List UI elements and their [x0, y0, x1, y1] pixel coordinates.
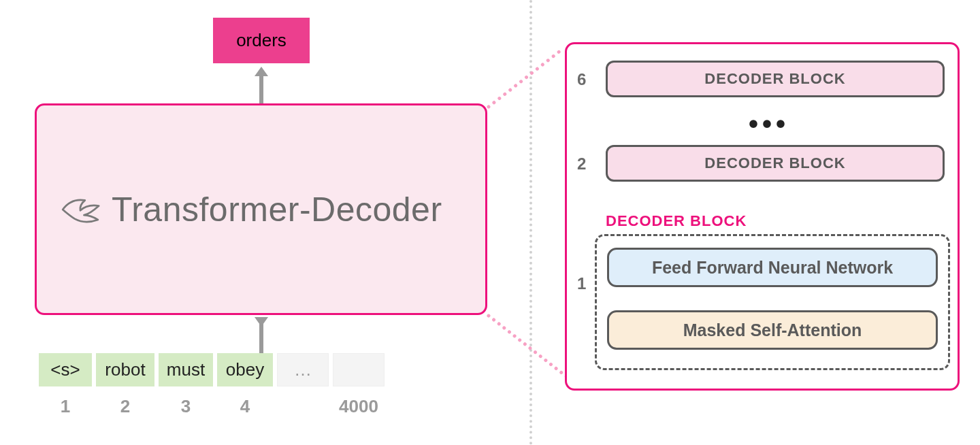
decoder-block-box: DECODER BLOCK: [606, 145, 945, 182]
vertical-divider: [529, 0, 532, 445]
input-token-blank: [333, 353, 385, 386]
token-index: 1: [39, 393, 92, 420]
index-row: 1 2 3 4 4000: [39, 393, 385, 420]
layer-number: 1: [577, 274, 586, 293]
layer-number: 2: [577, 154, 586, 174]
input-token: robot: [96, 353, 154, 386]
token-index: 4: [217, 393, 273, 420]
output-token-text: orders: [236, 30, 287, 51]
decoder-block-box: DECODER BLOCK: [606, 61, 945, 97]
ellipsis-icon: •••: [749, 109, 789, 139]
token-index-last: 4000: [333, 393, 385, 420]
decoder-section-label: DECODER BLOCK: [606, 212, 747, 230]
token-index-blank: [277, 393, 329, 420]
arrow-up-icon: [257, 67, 265, 103]
transformer-decoder-box: Transformer-Decoder: [35, 103, 487, 315]
dotted-connector-top: [486, 50, 561, 110]
layer-number: 6: [577, 70, 586, 89]
token-index: 3: [159, 393, 213, 420]
output-token-box: orders: [213, 18, 310, 63]
token-index: 2: [96, 393, 154, 420]
transformer-label: Transformer-Decoder: [112, 190, 442, 229]
input-token: <s>: [39, 353, 92, 386]
leaf-icon: [57, 186, 103, 233]
input-token: must: [159, 353, 213, 386]
token-row: <s> robot must obey …: [39, 353, 385, 386]
feed-forward-block: Feed Forward Neural Network: [607, 248, 938, 287]
masked-self-attention-block: Masked Self-Attention: [607, 310, 938, 350]
arrow-down-icon: [257, 317, 265, 354]
input-token: obey: [217, 353, 273, 386]
input-token-ellipsis: …: [277, 353, 329, 386]
